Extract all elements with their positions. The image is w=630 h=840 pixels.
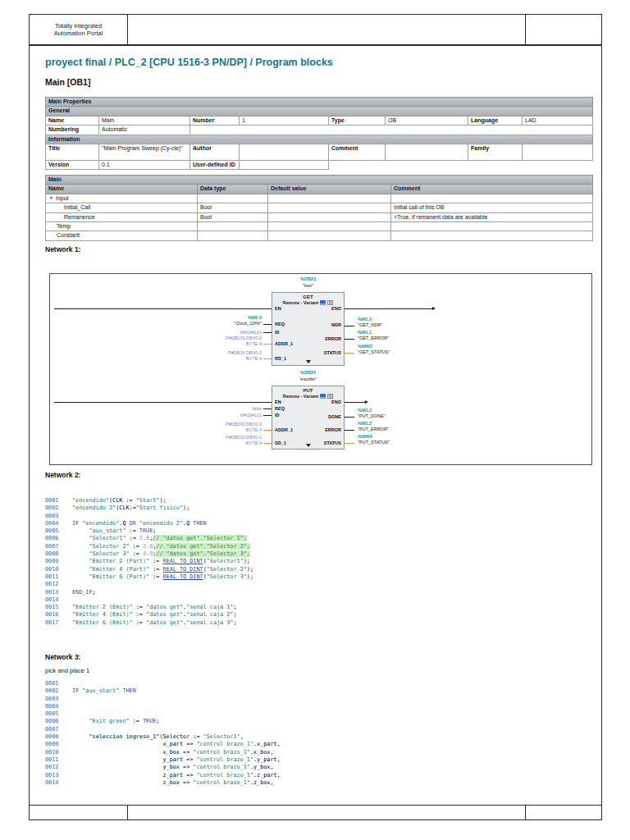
network-3-subtitle: pick and place 1 [45, 667, 89, 674]
code-line: 0012 y_box => "control brazo_1".y_box, [45, 764, 591, 771]
operand-put-status: %MW4"PUT_STATUS" [358, 434, 464, 445]
variable-table: Main Name Data type Default value Commen… [45, 175, 593, 241]
code-line: 0014 [45, 596, 591, 604]
footer-table [29, 805, 602, 820]
pin-ndr: NDR [331, 322, 341, 328]
code-line: 0014 z_box => "control brazo_1".z_box, [45, 779, 591, 787]
line-number: 0014 [45, 596, 63, 603]
put-block-subtitle: Remote - Variant [283, 394, 318, 399]
expand-triangle-icon [306, 360, 311, 363]
operand-put-done: %M1.2"PUT_DONE" [358, 408, 464, 419]
line-number: 0011 [45, 573, 63, 580]
expand-triangle-icon [306, 444, 311, 447]
variable-table-title: Main [46, 176, 593, 185]
wire [345, 339, 354, 340]
table-row: ▼Input [46, 194, 593, 203]
get-instance-label: "leer" [272, 283, 345, 289]
tia-logo-line1: Totally Integrated [54, 22, 103, 30]
book-icon [320, 394, 326, 399]
line-number: 0013 [45, 589, 63, 596]
get-block: GET Remote - Variant U EN REQ ID ADDR_1 … [272, 292, 345, 366]
line-number: 0016 [45, 611, 63, 618]
code-line: 0005 [45, 710, 591, 718]
line-number: 0007 [45, 543, 63, 550]
header-cell-middle [128, 15, 526, 44]
eno-arrow-icon [365, 400, 368, 404]
code-line: 0013END_IF; [45, 589, 591, 596]
network-3-label: Network 3: [45, 653, 80, 661]
pin-req: REQ [275, 322, 285, 327]
page: Totally Integrated Automation Portal pro… [0, 0, 630, 840]
udid-value [240, 160, 329, 169]
line-number: 0001 [45, 680, 63, 687]
get-db-label: %DB23 [272, 276, 345, 282]
book-icon [320, 300, 326, 305]
chevron-down-icon: ▼ [49, 195, 53, 200]
operand-get-rd1: P#DB24.DBX0.0BYTE 4 [163, 350, 262, 362]
wire [263, 415, 272, 416]
version-label: Version [46, 160, 99, 169]
code-line: 0001"encendido"(CLK := "Start"); [45, 497, 591, 504]
name-label: Name [46, 116, 99, 125]
pin-addr1: ADDR_1 [275, 341, 293, 347]
code-line: 0007 "Selector 2" := 2.0;// "datos get".… [45, 543, 591, 550]
numbering-label: Numbering [46, 126, 99, 135]
line-number: 0008 [45, 550, 63, 557]
table-row: Temp [46, 221, 593, 231]
line-number: 0001 [45, 497, 63, 504]
pin-error: ERROR [325, 336, 341, 342]
wire [54, 402, 272, 403]
operand-put-id: W#16#101 [163, 413, 262, 418]
put-instance-label: "escribir" [272, 377, 345, 382]
code-line: 0009 x_part => "control brazo_1".x_part, [45, 741, 591, 748]
wire [345, 353, 354, 354]
eno-arrow-icon [432, 307, 436, 310]
line-number: 0009 [45, 741, 63, 747]
get-block-title: GET [272, 294, 344, 299]
line-number: 0008 [45, 733, 63, 740]
line-number: 0003 [45, 696, 63, 702]
code-line: 0004IF "encendido".Q OR "encendido 2".Q … [45, 520, 591, 527]
footer-cell-left [30, 806, 128, 819]
line-number: 0009 [45, 558, 63, 564]
name-value: Main [99, 116, 190, 125]
properties-table: Main Properties General Name Main Number… [45, 97, 593, 170]
pin-sd1: SD_1 [275, 441, 286, 446]
code-line: 0013 z_part => "control brazo_1".z_part, [45, 772, 591, 779]
code-line: 0010 "Emitter 4 (Part)" := REAL_TO_DINT(… [45, 566, 591, 573]
line-number: 0011 [45, 756, 63, 763]
author-label: Author [190, 144, 240, 160]
get-block-subtitle: Remote - Variant [283, 300, 318, 305]
pin-en: EN [275, 399, 281, 405]
operand-get-req: %M0.0"Clock_10Hz" [163, 315, 262, 326]
udid-label: User-defined ID [190, 160, 240, 169]
line-number: 0005 [45, 710, 63, 717]
numbering-value: Automatic [99, 126, 190, 135]
version-value: 0.1 [99, 160, 190, 169]
operand-get-error: %M1.1"GET_ERROR" [358, 330, 464, 341]
update-icon: U [327, 394, 333, 399]
wire [345, 326, 354, 326]
header-cell-right [526, 15, 601, 44]
comment-value [386, 144, 468, 160]
general-section-header: General [46, 107, 593, 116]
code-line: 0002"encendido 2"(CLK:="Start fisico"); [45, 504, 591, 512]
code-line: 0012 [45, 581, 591, 588]
tia-logo-line2: Automation Portal [54, 30, 103, 37]
line-number: 0014 [45, 779, 63, 786]
pin-id: ID [275, 330, 280, 336]
code-line: 0003 [45, 513, 591, 520]
code-line: 0006 "Selector1" := 1.0;// "datos get"."… [45, 535, 591, 542]
network-1-label: Network 1: [45, 245, 80, 253]
pin-error: ERROR [325, 427, 341, 433]
operand-put-req: false [163, 406, 262, 412]
pin-eno: ENO [331, 399, 341, 405]
tia-logo: Totally Integrated Automation Portal [30, 15, 128, 44]
line-number: 0015 [45, 604, 63, 610]
number-value: 1 [240, 116, 329, 125]
pin-status: STATUS [324, 350, 341, 356]
scl-code-network3: 00010002IF "aux_start" THEN0003000400050… [45, 680, 591, 787]
title-value: "Main Program Sweep (Cy-cle)" [99, 144, 190, 160]
pin-en: EN [275, 306, 281, 312]
operand-put-error: %M1.3"PUT_ERROR" [358, 421, 464, 432]
